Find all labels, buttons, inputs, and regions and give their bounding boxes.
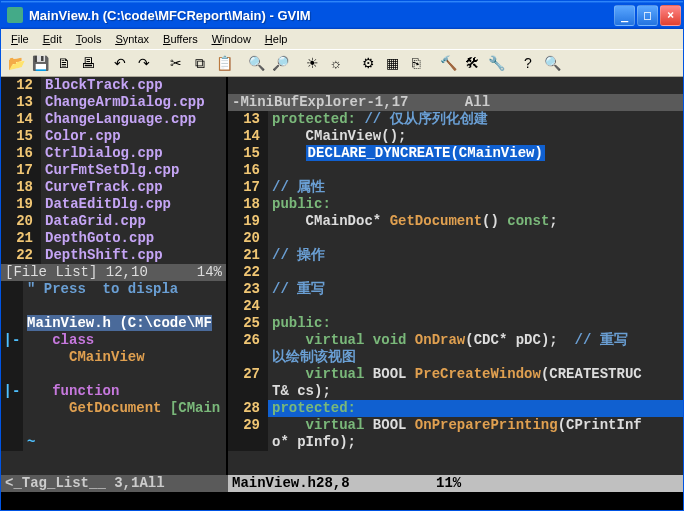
file-row[interactable]: 19DataEditDlg.cpp — [1, 196, 226, 213]
file-row[interactable]: 15Color.cpp — [1, 128, 226, 145]
code-line[interactable]: 29 virtual BOOL OnPreparePrinting(CPrint… — [228, 417, 683, 434]
code-line[interactable]: 26 virtual void OnDraw(CDC* pDC); // 重写 — [228, 332, 683, 349]
app-icon — [7, 7, 23, 23]
file-row[interactable]: 17CurFmtSetDlg.cpp — [1, 162, 226, 179]
print-icon[interactable]: 🖶 — [77, 52, 99, 74]
code-line[interactable]: 24 — [228, 298, 683, 315]
search-help-icon[interactable]: 🔍 — [541, 52, 563, 74]
status-percent: 11% — [436, 475, 461, 492]
preview-row[interactable]: |- function — [1, 383, 226, 400]
filelist-status-left: [File List] 12,10 — [5, 264, 197, 281]
code-line[interactable]: T& cs); — [228, 383, 683, 400]
minibuf-pct: All — [465, 94, 490, 111]
build-icon[interactable]: 🔨 — [437, 52, 459, 74]
window-title: MainView.h (C:\code\MFCReport\Main) - GV… — [27, 8, 614, 23]
preview-row[interactable] — [1, 417, 226, 434]
minimize-button[interactable]: _ — [614, 5, 635, 26]
menu-tools[interactable]: Tools — [70, 31, 108, 47]
editor-area: 12BlockTrack.cpp13ChangeArmDialog.cpp14C… — [1, 77, 683, 475]
tag-preview[interactable]: " Press to displaMainView.h (C:\code\MF|… — [1, 281, 226, 475]
minibuf-explorer-status: -MiniBufExplorer- 1,17 All — [228, 94, 683, 111]
right-pane: [1:MainView.cpp][2:MainView.h]* -MiniBuf… — [228, 77, 683, 475]
saveall-icon[interactable]: 🗎 — [53, 52, 75, 74]
bottom-status: <_Tag_List__ 3,1 All MainView.h 28,8 11% — [1, 475, 683, 492]
goto-icon[interactable]: ☼ — [325, 52, 347, 74]
maximize-button[interactable]: □ — [637, 5, 658, 26]
save-icon[interactable]: 💾 — [29, 52, 51, 74]
command-line[interactable] — [1, 492, 683, 510]
redo-icon[interactable]: ↷ — [133, 52, 155, 74]
preview-row[interactable]: GetDocument [CMain — [1, 400, 226, 417]
paste-icon[interactable]: 📋 — [213, 52, 235, 74]
filelist-status-right: 14% — [197, 264, 222, 281]
hammer-icon[interactable]: 🛠 — [461, 52, 483, 74]
menu-edit[interactable]: Edit — [37, 31, 68, 47]
status-cursor-pos: 28,8 — [316, 475, 436, 492]
left-pane: 12BlockTrack.cpp13ChangeArmDialog.cpp14C… — [1, 77, 228, 475]
minibuf-label: -MiniBufExplorer- — [232, 94, 375, 111]
code-line[interactable]: 23// 重写 — [228, 281, 683, 298]
code-line[interactable]: 22 — [228, 264, 683, 281]
help-icon[interactable]: ? — [517, 52, 539, 74]
menu-buffers[interactable]: Buffers — [157, 31, 204, 47]
main-status: MainView.h 28,8 11% — [228, 475, 683, 492]
preview-row[interactable] — [1, 366, 226, 383]
file-list[interactable]: 12BlockTrack.cpp13ChangeArmDialog.cpp14C… — [1, 77, 226, 264]
file-row[interactable]: 16CtrlDialog.cpp — [1, 145, 226, 162]
filelist-status: [File List] 12,10 14% — [1, 264, 226, 281]
code-line[interactable]: 13protected: // 仅从序列化创建 — [228, 111, 683, 128]
code-line[interactable]: 15 DECLARE_DYNCREATE(CMainView) — [228, 145, 683, 162]
shell-icon[interactable]: ▦ — [381, 52, 403, 74]
menu-syntax[interactable]: Syntax — [109, 31, 155, 47]
file-row[interactable]: 12BlockTrack.cpp — [1, 77, 226, 94]
preview-row[interactable] — [1, 298, 226, 315]
copy-icon[interactable]: ⧉ — [189, 52, 211, 74]
code-line[interactable]: 17// 属性 — [228, 179, 683, 196]
code-line[interactable]: 18public: — [228, 196, 683, 213]
code-line[interactable]: 20 — [228, 230, 683, 247]
status-filename: MainView.h — [232, 475, 316, 492]
file-row[interactable]: 20DataGrid.cpp — [1, 213, 226, 230]
open-icon[interactable]: 📂 — [5, 52, 27, 74]
minibuf-pos: 1,17 — [375, 94, 465, 111]
find-next-icon[interactable]: 🔎 — [269, 52, 291, 74]
file-row[interactable]: 22DepthShift.cpp — [1, 247, 226, 264]
find-prev-icon[interactable]: 🔍 — [245, 52, 267, 74]
code-line[interactable]: 28protected: — [228, 400, 683, 417]
preview-row[interactable]: MainView.h (C:\code\MF — [1, 315, 226, 332]
code-line[interactable]: 以绘制该视图 — [228, 349, 683, 366]
app-window: MainView.h (C:\code\MFCReport\Main) - GV… — [0, 0, 684, 511]
preview-row[interactable]: " Press to displa — [1, 281, 226, 298]
code-line[interactable]: 25public: — [228, 315, 683, 332]
menu-file[interactable]: File — [5, 31, 35, 47]
wrench-icon[interactable]: 🔧 — [485, 52, 507, 74]
menu-help[interactable]: Help — [259, 31, 294, 47]
replace-icon[interactable]: ☀ — [301, 52, 323, 74]
buffer-tabs[interactable]: [1:MainView.cpp][2:MainView.h]* — [228, 77, 683, 94]
code-line[interactable]: 27 virtual BOOL PreCreateWindow(CREATEST… — [228, 366, 683, 383]
taglist-status: <_Tag_List__ 3,1 All — [1, 475, 228, 492]
menubar: FileEditToolsSyntaxBuffersWindowHelp — [1, 29, 683, 49]
file-row[interactable]: 21DepthGoto.cpp — [1, 230, 226, 247]
preview-row[interactable]: |- class — [1, 332, 226, 349]
code-line[interactable]: o* pInfo); — [228, 434, 683, 451]
preview-row[interactable]: CMainView — [1, 349, 226, 366]
file-row[interactable]: 18CurveTrack.cpp — [1, 179, 226, 196]
code-line[interactable]: 21// 操作 — [228, 247, 683, 264]
file-row[interactable]: 13ChangeArmDialog.cpp — [1, 94, 226, 111]
titlebar[interactable]: MainView.h (C:\code\MFCReport\Main) - GV… — [1, 1, 683, 29]
undo-icon[interactable]: ↶ — [109, 52, 131, 74]
close-button[interactable]: × — [660, 5, 681, 26]
file-row[interactable]: 14ChangeLanguage.cpp — [1, 111, 226, 128]
code-line[interactable]: 14 CMainView(); — [228, 128, 683, 145]
code-editor[interactable]: 13protected: // 仅从序列化创建14 CMainView();15… — [228, 111, 683, 475]
code-line[interactable]: 19 CMainDoc* GetDocument() const; — [228, 213, 683, 230]
code-line[interactable]: 16 — [228, 162, 683, 179]
tags-icon[interactable]: ⎘ — [405, 52, 427, 74]
cut-icon[interactable]: ✂ — [165, 52, 187, 74]
make-icon[interactable]: ⚙ — [357, 52, 379, 74]
menu-window[interactable]: Window — [206, 31, 257, 47]
toolbar: 📂💾🗎🖶↶↷✂⧉📋🔍🔎☀☼⚙▦⎘🔨🛠🔧?🔍 — [1, 49, 683, 77]
